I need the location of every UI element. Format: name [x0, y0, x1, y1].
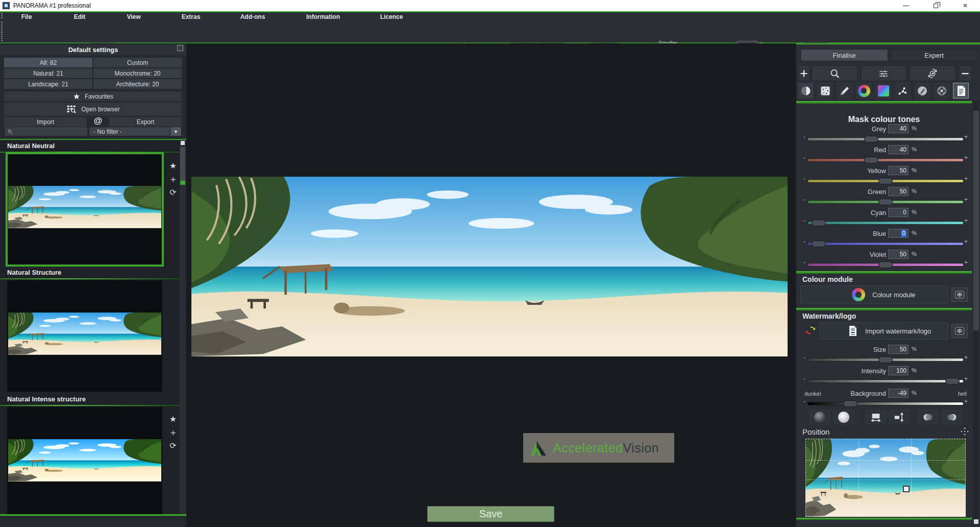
mask-cyan-track[interactable] [807, 221, 964, 225]
mask-violet-handle[interactable] [878, 261, 893, 268]
vignette-light-toggle[interactable] [833, 410, 854, 425]
module-contrast-icon[interactable] [798, 83, 814, 99]
watermark-intensity-value-input[interactable]: 100 [888, 366, 909, 375]
menu-extras[interactable]: Extras [179, 13, 204, 21]
mask-red-value-input[interactable]: 40 [888, 145, 909, 154]
mask-green-value-input[interactable]: 50 [888, 187, 909, 196]
category-custom[interactable]: Custom [93, 58, 182, 67]
import-button[interactable]: Import [4, 117, 87, 127]
filter-dropdown[interactable]: - No filter - ▼ [89, 127, 182, 136]
watermark-size-value-input[interactable]: 50 [888, 345, 909, 354]
move-position-icon[interactable] [960, 426, 970, 437]
mask-red-handle[interactable] [864, 157, 878, 163]
increase-button[interactable]: + [964, 259, 968, 266]
blend-left-toggle[interactable] [917, 410, 939, 425]
increase-button[interactable]: + [964, 238, 968, 245]
menubar-drag-handle[interactable] [1, 13, 3, 19]
add-plus-icon[interactable]: ＋ [166, 173, 180, 186]
watermark-intensity-track[interactable] [807, 379, 964, 383]
module-denoise-icon[interactable] [817, 83, 833, 99]
open-browser-button[interactable]: Open browser [4, 103, 182, 116]
vignette-dark-toggle[interactable] [809, 410, 830, 425]
mask-green-handle[interactable] [878, 199, 893, 205]
close-button-icon[interactable]: ✕ [950, 0, 980, 11]
preset-thumbnail[interactable] [7, 407, 162, 516]
increase-button[interactable]: + [964, 398, 968, 405]
increase-button[interactable]: + [964, 154, 968, 161]
sync-colored-icon[interactable] [804, 324, 817, 337]
mask-grey-value-input[interactable]: 40 [888, 124, 909, 133]
position-thumbnail[interactable] [805, 439, 966, 517]
sync-arrows-icon[interactable]: ⟳ [166, 186, 180, 199]
preset-search-input[interactable] [4, 127, 88, 136]
module-retouch-icon[interactable] [837, 83, 852, 99]
mask-yellow-value-input[interactable]: 50 [888, 166, 909, 175]
watermark-intensity-handle[interactable] [945, 378, 960, 385]
search-button[interactable] [812, 65, 857, 81]
increase-button[interactable]: + [964, 196, 968, 203]
blend-right-toggle[interactable] [941, 410, 963, 425]
stretch-height-toggle[interactable] [888, 410, 910, 425]
menu-file[interactable]: File [18, 13, 35, 21]
decrease-button[interactable]: - [803, 375, 805, 382]
mask-yellow-handle[interactable] [878, 178, 893, 184]
decrease-button[interactable]: - [803, 238, 805, 245]
mask-grey-handle[interactable] [864, 136, 878, 142]
favourite-star-icon[interactable]: ★ [166, 159, 180, 173]
mask-red-track[interactable] [807, 158, 964, 162]
colour-module-apply-button[interactable] [951, 288, 968, 302]
menu-licence[interactable]: Licence [377, 13, 406, 21]
module-sharpen-icon[interactable] [934, 83, 949, 99]
category-all[interactable]: All: 82 [4, 58, 92, 67]
settings-scrollbar[interactable] [973, 101, 979, 525]
watermark-apply-button[interactable] [951, 324, 968, 338]
tab-expert[interactable]: Expert [890, 49, 978, 61]
decrease-button[interactable]: - [803, 175, 805, 182]
watermark-background-value-input[interactable]: -49 [888, 389, 909, 398]
restore-button-icon[interactable] [921, 0, 950, 11]
mask-blue-value-input[interactable]: 0 [888, 229, 909, 238]
category-monochrome[interactable]: Monochrome: 20 [93, 68, 182, 78]
preset-thumbnail[interactable] [7, 154, 162, 265]
toolbar-drag-handle[interactable] [1, 21, 3, 41]
adjustments-button[interactable] [861, 65, 906, 81]
import-watermark-button[interactable]: Import watermark/logo [820, 322, 948, 340]
mask-grey-track[interactable] [807, 137, 964, 141]
mask-violet-value-input[interactable]: 50 [888, 250, 909, 259]
increase-button[interactable]: + [964, 354, 968, 361]
category-natural[interactable]: Natural: 21 [4, 68, 92, 78]
watermark-size-handle[interactable] [878, 356, 893, 363]
increase-button[interactable]: + [964, 133, 968, 140]
watermark-background-track[interactable] [807, 402, 964, 405]
module-curves-icon[interactable] [895, 83, 911, 99]
decrease-button[interactable]: - [803, 217, 805, 224]
increase-button[interactable]: + [964, 175, 968, 182]
category-landscape[interactable]: Landscape: 21 [4, 79, 92, 89]
stretch-width-toggle[interactable] [865, 410, 887, 425]
watermark-background-handle[interactable] [843, 400, 857, 407]
minimize-button-icon[interactable]: — [891, 0, 921, 11]
increase-button[interactable]: + [964, 217, 968, 224]
watermark-overlay[interactable]: AcceleratedVision [523, 433, 674, 463]
save-button[interactable]: Save [427, 506, 554, 522]
decrease-button[interactable]: - [803, 154, 805, 161]
category-architecture[interactable]: Architecture: 20 [93, 79, 182, 89]
favourites-button[interactable]: Favourites [4, 91, 182, 101]
decrease-button[interactable]: - [803, 133, 805, 140]
panel-options-icon[interactable] [177, 45, 183, 51]
module-brush-icon[interactable] [914, 83, 930, 99]
increase-button[interactable]: + [964, 375, 968, 382]
menu-information[interactable]: Information [303, 13, 343, 21]
module-preset-list-icon[interactable] [953, 83, 969, 99]
module-colour-cube-icon[interactable] [875, 83, 891, 99]
mask-cyan-handle[interactable] [812, 220, 826, 226]
preset-thumbnail[interactable] [7, 280, 162, 392]
mask-cyan-value-input[interactable]: 0 [888, 208, 909, 217]
watermark-position-handle[interactable] [903, 486, 910, 492]
decrease-button[interactable]: - [803, 259, 805, 266]
module-colour-wheel-icon[interactable] [856, 83, 872, 99]
preset-list-scrollbar[interactable] [180, 140, 186, 514]
mask-blue-track[interactable] [807, 242, 964, 246]
decrease-button[interactable]: - [803, 196, 805, 203]
decrease-button[interactable]: - [803, 398, 805, 405]
